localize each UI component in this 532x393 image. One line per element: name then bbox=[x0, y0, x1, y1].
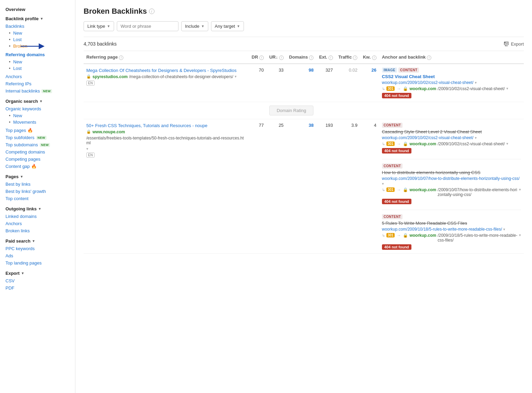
info-icon[interactable]: i bbox=[372, 56, 376, 60]
include-filter[interactable]: Include ▼ bbox=[181, 21, 208, 31]
sidebar-item-refdomains-new[interactable]: New bbox=[0, 59, 75, 65]
anchor-url[interactable]: woorkup.com/2009/10/02/css2-visual-cheat… bbox=[382, 135, 473, 140]
col-dr[interactable]: DR i bbox=[249, 51, 267, 64]
anchor-url[interactable]: woorkup.com/2009/10/02/css2-visual-cheat… bbox=[382, 80, 473, 85]
anchor-url[interactable]: woorkup.com/2009/10/18/5-rules-to-write-… bbox=[382, 227, 502, 232]
sidebar-organic-search[interactable]: Organic search ▼ bbox=[0, 97, 75, 105]
col-anchor[interactable]: Anchor and backlink i bbox=[379, 51, 524, 64]
sidebar-item-ads[interactable]: Ads bbox=[0, 252, 75, 259]
sidebar-item-best-by-links[interactable]: Best by links bbox=[0, 181, 75, 188]
word-phrase-input[interactable] bbox=[117, 21, 178, 31]
dropdown-icon[interactable]: ▾ bbox=[235, 74, 237, 79]
lock-icon: 🔒 bbox=[86, 130, 91, 134]
svg-rect-3 bbox=[505, 42, 506, 43]
tag-image: IMAGE bbox=[382, 67, 397, 73]
sidebar-item-competing-pages[interactable]: Competing pages bbox=[0, 156, 75, 163]
chevron-down-icon: ▼ bbox=[201, 24, 205, 28]
dropdown-icon[interactable]: ▾ bbox=[506, 86, 508, 91]
info-icon[interactable]: i bbox=[279, 56, 284, 60]
sidebar-item-pdf[interactable]: PDF bbox=[0, 284, 75, 292]
sidebar-item-organic-new[interactable]: New bbox=[0, 112, 75, 119]
sidebar-item-refdomains-lost[interactable]: Lost bbox=[0, 65, 75, 72]
not-found-badge: 404 not found bbox=[382, 244, 411, 250]
ref-title-link[interactable]: 50+ Fresh CSS Techniques, Tutorials and … bbox=[86, 123, 208, 128]
info-icon[interactable]: i bbox=[259, 56, 264, 60]
info-icon[interactable]: i bbox=[353, 56, 357, 60]
info-icon[interactable]: i bbox=[427, 56, 431, 60]
sidebar-paid-search[interactable]: Paid search ▼ bbox=[0, 237, 75, 245]
sidebar-item-backlinks-new[interactable]: New bbox=[0, 30, 75, 36]
ref-title-link[interactable]: Mega Collection Of Cheatsheets for Desig… bbox=[86, 68, 237, 73]
info-icon[interactable]: i bbox=[329, 56, 333, 60]
sidebar-item-content-gap[interactable]: Content gap 🔥 bbox=[0, 163, 75, 170]
anchor-link[interactable]: CSS2 Visual Cheat Sheet bbox=[382, 74, 435, 79]
export-button[interactable]: Export bbox=[504, 41, 524, 47]
dr-cell: 70 bbox=[249, 64, 267, 102]
sidebar-item-anchors-out[interactable]: Anchors bbox=[0, 220, 75, 227]
redirect-domain: woorkup.com bbox=[409, 233, 436, 238]
lang-badge: EN bbox=[86, 81, 95, 86]
referring-page-cell: 50+ Fresh CSS Techniques, Tutorials and … bbox=[84, 119, 249, 253]
dropdown-icon[interactable]: ▾ bbox=[382, 182, 384, 186]
tag-content: CONTENT bbox=[398, 67, 419, 73]
col-kw[interactable]: Kw. i bbox=[360, 51, 379, 64]
sidebar-item-top-landing-pages[interactable]: Top landing pages bbox=[0, 259, 75, 267]
sidebar-item-best-by-links-growth[interactable]: Best by links' growth bbox=[0, 188, 75, 195]
ref-domain: www.noupe.com bbox=[92, 130, 125, 134]
dropdown-icon[interactable]: ▾ bbox=[86, 147, 88, 151]
sidebar-item-referring-domains[interactable]: Referring domains bbox=[0, 51, 75, 59]
redirect-domain: woorkup.com bbox=[409, 142, 436, 146]
new-badge: NEW bbox=[36, 136, 47, 140]
redirect-301-badge: 301 bbox=[386, 187, 395, 192]
redirect-arrow-icon: ↳ bbox=[382, 87, 385, 91]
info-icon[interactable]: i bbox=[149, 9, 154, 14]
sidebar-outgoing-links[interactable]: Outgoing links ▼ bbox=[0, 205, 75, 213]
redirect-301-badge: 301 bbox=[386, 86, 395, 91]
chevron-down-icon: ▼ bbox=[32, 239, 35, 243]
sidebar-item-csv[interactable]: CSV bbox=[0, 277, 75, 284]
info-icon[interactable]: i bbox=[119, 56, 123, 60]
sidebar-item-organic-keywords[interactable]: Organic keywords bbox=[0, 105, 75, 112]
sidebar-item-anchors[interactable]: Anchors bbox=[0, 73, 75, 80]
sidebar-item-broken-links[interactable]: Broken links bbox=[0, 227, 75, 234]
chevron-down-icon: ▼ bbox=[38, 207, 41, 211]
sidebar-backlink-profile[interactable]: Backlink profile ▼ bbox=[0, 15, 75, 23]
dropdown-icon[interactable]: ▾ bbox=[519, 187, 521, 192]
dropdown-icon[interactable]: ▾ bbox=[475, 81, 477, 85]
sidebar-export[interactable]: Export ▼ bbox=[0, 269, 75, 277]
col-ur[interactable]: UR↓ i bbox=[267, 51, 286, 64]
filter-bar: Link type ▼ Include ▼ Any target ▼ bbox=[84, 21, 524, 31]
sidebar-item-top-content[interactable]: Top content bbox=[0, 195, 75, 202]
sidebar-item-backlinks[interactable]: Backlinks bbox=[0, 23, 75, 30]
sidebar-item-backlinks-lost[interactable]: Lost bbox=[0, 36, 75, 43]
col-referring-page[interactable]: Referring page i bbox=[84, 51, 249, 64]
dropdown-icon[interactable]: ▾ bbox=[506, 142, 508, 146]
sidebar-item-ppc-keywords[interactable]: PPC keywords bbox=[0, 245, 75, 252]
info-icon[interactable]: i bbox=[309, 56, 313, 60]
backlinks-count: 4,703 backlinks bbox=[84, 41, 117, 47]
col-traffic[interactable]: Traffic i bbox=[336, 51, 360, 64]
col-ext[interactable]: Ext. i bbox=[316, 51, 335, 64]
col-domains[interactable]: Domains i bbox=[286, 51, 317, 64]
sidebar-item-internal-backlinks[interactable]: Internal backlinks NEW bbox=[0, 87, 75, 95]
sidebar-item-top-pages[interactable]: Top pages 🔥 bbox=[0, 127, 75, 134]
sidebar-item-organic-movements[interactable]: Movements bbox=[0, 119, 75, 125]
anchor-url[interactable]: woorkup.com/2009/10/07/how-to-distribute… bbox=[382, 176, 520, 181]
link-type-filter[interactable]: Link type ▼ bbox=[84, 21, 114, 31]
redirect-arrow-icon: ↳ bbox=[382, 233, 385, 238]
sidebar-pages[interactable]: Pages ▼ bbox=[0, 173, 75, 181]
tag-content: CONTENT bbox=[382, 214, 403, 219]
lock-icon: 🔒 bbox=[403, 233, 408, 238]
dropdown-icon[interactable]: ▾ bbox=[475, 136, 477, 140]
sidebar-item-top-subfolders[interactable]: Top subfolders NEW bbox=[0, 134, 75, 141]
sidebar-item-top-subdomains[interactable]: Top subdomains NEW bbox=[0, 141, 75, 148]
sidebar-item-competing-domains[interactable]: Competing domains bbox=[0, 148, 75, 156]
sidebar-item-linked-domains[interactable]: Linked domains bbox=[0, 213, 75, 220]
kw-cell: 4 bbox=[360, 119, 379, 253]
sidebar-item-referring-ips[interactable]: Referring IPs bbox=[0, 80, 75, 87]
any-target-filter[interactable]: Any target ▼ bbox=[211, 21, 244, 31]
dropdown-icon[interactable]: ▾ bbox=[503, 227, 505, 231]
sidebar-item-backlinks-broken[interactable]: Broken bbox=[0, 43, 75, 49]
dropdown-icon[interactable]: ▾ bbox=[519, 233, 521, 237]
sidebar-overview[interactable]: Overview bbox=[0, 5, 75, 13]
